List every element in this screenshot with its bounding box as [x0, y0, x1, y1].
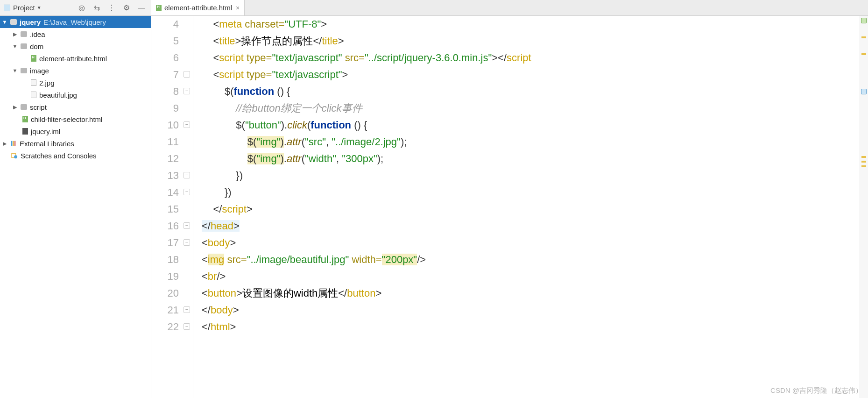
expand-arrow-icon[interactable]: ▼ [2, 19, 7, 25]
editor-tab[interactable]: element-attribute.html × [151, 0, 245, 15]
project-icon [4, 5, 10, 11]
code-line[interactable]: </head> [202, 218, 860, 235]
code-area[interactable]: <meta charset="UTF-8"> <title>操作节点的属性</t… [193, 16, 860, 398]
warning-marker[interactable] [861, 36, 866, 38]
line-number: 14− [151, 184, 179, 201]
file-label: element-attribute.html [39, 55, 107, 63]
minimize-icon[interactable]: — [138, 4, 145, 12]
expand-arrow-icon[interactable]: ▼ [12, 43, 18, 49]
collapse-arrow-icon[interactable]: ▶ [12, 31, 18, 37]
fold-icon[interactable]: − [183, 239, 190, 246]
main: ▼ jquery E:\Java_Web\jquery ▶ .idea ▼ do… [0, 16, 868, 398]
code-line[interactable]: <title>操作节点的属性</title> [202, 33, 860, 50]
tree-folder-dom[interactable]: ▼ dom [0, 40, 151, 52]
code-line[interactable]: </html> [202, 319, 860, 335]
file-label: beautiful.jpg [39, 91, 77, 99]
code-line[interactable]: }) [202, 167, 860, 184]
code-line[interactable]: <img src="../image/beautiful.jpg" width=… [202, 251, 860, 268]
warning-marker[interactable] [861, 53, 866, 55]
folder-label: .idea [30, 30, 45, 38]
svg-rect-1 [13, 141, 14, 146]
inspection-ok-icon[interactable] [861, 18, 867, 23]
fold-icon[interactable]: − [183, 172, 190, 178]
code-line[interactable]: $("button").click(function () { [202, 117, 860, 134]
line-number: 19 [151, 268, 179, 285]
fold-icon[interactable]: − [183, 323, 190, 330]
close-icon[interactable]: × [236, 4, 240, 12]
project-label[interactable]: Project [13, 4, 35, 12]
tree-external-libraries[interactable]: ▶ External Libraries [0, 137, 151, 149]
svg-point-4 [14, 155, 17, 158]
line-number: 10− [151, 117, 179, 134]
code-line[interactable]: <button>设置图像的width属性</button> [202, 285, 860, 302]
tree-file-2jpg[interactable]: 2.jpg [0, 77, 151, 89]
code-line[interactable]: <br/> [202, 268, 860, 285]
code-line[interactable]: <script type="text/javascript" src="../s… [202, 50, 860, 66]
line-number-gutter: 4567−8−910−111213−14−1516−17−18192021−22… [151, 16, 193, 398]
collapse-arrow-icon[interactable]: ▶ [2, 141, 7, 147]
fold-icon[interactable]: − [183, 121, 190, 128]
fold-icon[interactable]: − [183, 71, 190, 78]
line-number: 12 [151, 150, 179, 167]
file-label: 2.jpg [39, 79, 55, 87]
line-number: 21− [151, 302, 179, 319]
line-number: 9 [151, 100, 179, 117]
tree-file-iml[interactable]: jquery.iml [0, 125, 151, 137]
more-icon[interactable]: ⋮ [108, 4, 115, 12]
tree-root[interactable]: ▼ jquery E:\Java_Web\jquery [0, 16, 151, 28]
line-number: 7− [151, 66, 179, 83]
html-file-icon [22, 116, 28, 122]
line-number: 20 [151, 285, 179, 302]
line-number: 18 [151, 251, 179, 268]
tree-folder-script[interactable]: ▶ script [0, 101, 151, 113]
tree-scratches[interactable]: Scratches and Consoles [0, 149, 151, 162]
code-line[interactable]: <body> [202, 235, 860, 251]
code-line[interactable]: //给button绑定一个click事件 [202, 100, 860, 117]
target-icon[interactable]: ◎ [78, 4, 85, 12]
gear-icon[interactable]: ⚙ [123, 4, 130, 12]
warning-marker[interactable] [861, 165, 866, 167]
code-line[interactable]: $(function () { [202, 83, 860, 100]
project-tree[interactable]: ▼ jquery E:\Java_Web\jquery ▶ .idea ▼ do… [0, 16, 151, 398]
fold-icon[interactable]: − [183, 88, 190, 94]
marker-rail [860, 16, 868, 398]
top-bar: Project ▼ ◎ ⇆ ⋮ ⚙ — element-attribute.ht… [0, 0, 868, 16]
collapse-arrow-icon[interactable]: ▶ [12, 104, 18, 110]
line-number: 22− [151, 319, 179, 335]
image-file-icon [31, 92, 36, 98]
folder-icon [10, 19, 17, 25]
warning-marker[interactable] [861, 161, 866, 163]
line-number: 6 [151, 50, 179, 66]
collapse-icon[interactable]: ⇆ [93, 4, 100, 12]
folder-icon [21, 43, 27, 49]
code-line[interactable]: </script> [202, 201, 860, 218]
tree-folder-image[interactable]: ▼ image [0, 64, 151, 77]
tree-file-element-attribute[interactable]: element-attribute.html [0, 52, 151, 64]
fold-icon[interactable]: − [183, 306, 190, 313]
project-tool-icons: ◎ ⇆ ⋮ ⚙ — [78, 4, 145, 12]
code-editor[interactable]: 4567−8−910−111213−14−1516−17−18192021−22… [151, 16, 868, 398]
warning-marker[interactable] [861, 156, 866, 158]
folder-label: script [30, 103, 47, 111]
code-line[interactable]: <meta charset="UTF-8"> [202, 16, 860, 33]
code-line[interactable]: $("img").attr("src", "../image/2.jpg"); [202, 134, 860, 150]
dropdown-arrow-icon[interactable]: ▼ [37, 5, 42, 10]
expand-arrow-icon[interactable]: ▼ [12, 68, 18, 73]
root-name: jquery [20, 18, 41, 26]
tree-file-beautiful[interactable]: beautiful.jpg [0, 89, 151, 101]
ext-lib-label: External Libraries [20, 140, 74, 148]
fold-icon[interactable]: − [183, 222, 190, 229]
iml-file-icon [22, 128, 28, 135]
tab-filename: element-attribute.html [164, 4, 232, 12]
code-line[interactable]: </body> [202, 302, 860, 319]
line-number: 5 [151, 33, 179, 50]
code-line[interactable]: <script type="text/javascript"> [202, 66, 860, 83]
fold-icon[interactable]: − [183, 189, 190, 195]
line-number: 8− [151, 83, 179, 100]
code-line[interactable]: $("img").attr("width", "300px"); [202, 150, 860, 167]
tree-folder-idea[interactable]: ▶ .idea [0, 28, 151, 40]
info-marker[interactable] [861, 89, 867, 94]
tree-file-child-filter[interactable]: child-filter-selector.html [0, 113, 151, 125]
code-line[interactable]: }) [202, 184, 860, 201]
scratch-label: Scratches and Consoles [21, 152, 97, 160]
